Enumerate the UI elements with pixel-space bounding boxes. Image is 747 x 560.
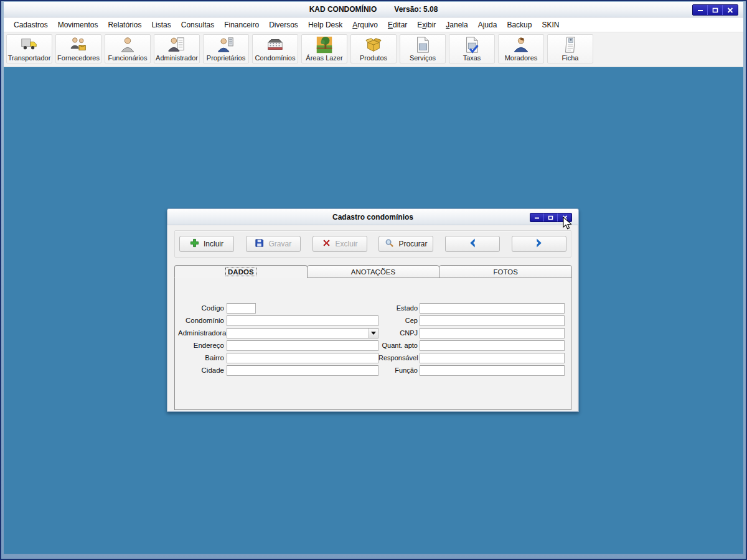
tab-strip: DADOS ANOTAÇÕES FOTOS	[174, 265, 571, 278]
menu-item-ajuda[interactable]: Ajuda	[473, 19, 502, 31]
procurar-label: Procurar	[398, 240, 427, 248]
toolbar-condominios-button[interactable]: Condomínios	[252, 34, 298, 63]
bairro-input[interactable]	[227, 353, 378, 363]
menu-label: Consultas	[181, 21, 214, 29]
menu-label: Financeiro	[224, 21, 259, 29]
cidade-input[interactable]	[227, 365, 378, 376]
menu-label: Movimentos	[58, 21, 98, 29]
procurar-button[interactable]: Procurar	[378, 236, 433, 252]
dialog-title-bar[interactable]: Cadastro condomínios	[167, 209, 578, 225]
endereco-label: Endereço	[178, 342, 227, 349]
toolbar-button-label: Proprietários	[207, 54, 245, 62]
menu-label: Backup	[507, 21, 532, 29]
endereco-input[interactable]	[227, 340, 378, 351]
toolbar-ficha-button[interactable]: Ficha	[547, 34, 593, 63]
menu-item-movimentos[interactable]: Movimentos	[53, 19, 103, 31]
menu-label: E	[388, 21, 393, 29]
fees-check-document-icon	[463, 35, 481, 54]
gravar-label: Gravar	[268, 240, 291, 248]
toolbar-areas-lazer-button[interactable]: Áreas Lazer	[301, 34, 347, 63]
estado-input[interactable]	[420, 303, 565, 314]
administradora-input[interactable]	[227, 329, 368, 338]
menu-item-exibir[interactable]: Exibir	[412, 19, 441, 31]
toolbar-taxas-button[interactable]: Taxas	[449, 34, 495, 63]
menu-item-backup[interactable]: Backup	[502, 19, 537, 31]
form-column-left: Codigo Condomínio Administradora	[178, 302, 378, 376]
dialog-maximize-button[interactable]	[544, 213, 558, 222]
search-icon	[385, 238, 394, 250]
form-row: Cidade	[178, 364, 378, 376]
toolbar: Transportador Fornecedores Funcionários	[4, 32, 743, 67]
maximize-icon	[548, 215, 553, 220]
menu-label: Listas	[151, 21, 171, 29]
menu-item-editar[interactable]: Editar	[383, 19, 412, 31]
codigo-input[interactable]	[227, 303, 256, 314]
incluir-button[interactable]: Incluir	[179, 236, 234, 252]
tab-dados[interactable]: DADOS	[174, 265, 308, 278]
menu-item-skin[interactable]: SKIN	[537, 19, 564, 31]
menu-item-help-desk[interactable]: Help Desk	[303, 19, 347, 31]
maximize-button[interactable]	[708, 5, 723, 15]
condominio-input[interactable]	[227, 315, 378, 326]
administradora-dropdown-button[interactable]	[368, 329, 378, 338]
menu-label: ditar	[393, 21, 407, 29]
responsavel-input[interactable]	[420, 353, 565, 363]
chevron-down-icon	[371, 332, 376, 335]
menu-label: Cadastros	[14, 21, 48, 29]
product-box-icon	[364, 35, 383, 54]
toolbar-administrador-button[interactable]: Administrador	[154, 34, 200, 63]
leisure-park-icon	[315, 35, 334, 54]
toolbar-funcionarios-button[interactable]: Funcionários	[105, 34, 151, 63]
quant-apto-label: Quant. apto	[378, 342, 420, 349]
menu-item-financeiro[interactable]: Financeiro	[219, 19, 264, 31]
menu-item-relatorios[interactable]: Relatórios	[103, 19, 146, 31]
menu-item-cadastros[interactable]: Cadastros	[9, 19, 53, 31]
menu-label: Help Desk	[308, 21, 342, 29]
truck-icon	[20, 35, 39, 54]
form-row: Responsável	[378, 352, 568, 364]
form-row: Quant. apto	[378, 339, 568, 352]
responsavel-label: Responsável	[378, 354, 420, 362]
chevron-left-icon	[467, 238, 478, 250]
menu-label: rquivo	[357, 21, 378, 29]
cep-input[interactable]	[420, 315, 565, 326]
title-bar: KAD CONDOMÍNIO Versão: 5.08	[4, 2, 743, 17]
toolbar-button-label: Fornecedores	[57, 54, 100, 62]
toolbar-fornecedores-button[interactable]: Fornecedores	[55, 34, 101, 63]
toolbar-produtos-button[interactable]: Produtos	[350, 34, 397, 63]
tab-label: ANOTAÇÕES	[351, 268, 395, 276]
dialog-action-panel: Incluir Gravar Excluir	[174, 230, 571, 258]
dialog-minimize-button[interactable]	[530, 213, 544, 222]
toolbar-moradores-button[interactable]: Moradores	[498, 34, 544, 63]
close-icon	[727, 7, 733, 13]
menu-item-listas[interactable]: Listas	[146, 19, 176, 31]
minimize-button[interactable]	[693, 5, 708, 15]
cnpj-input[interactable]	[420, 328, 565, 338]
dialog-title: Cadastro condomínios	[332, 213, 413, 222]
menu-item-arquivo[interactable]: Arquivo	[347, 19, 383, 31]
maximize-icon	[712, 7, 718, 13]
toolbar-servicos-button[interactable]: Serviços	[400, 34, 446, 63]
quant-apto-input[interactable]	[420, 340, 565, 351]
tab-anotacoes[interactable]: ANOTAÇÕES	[307, 265, 440, 278]
menu-item-consultas[interactable]: Consultas	[176, 19, 219, 31]
dados-tab-panel: Codigo Condomínio Administradora	[174, 278, 571, 410]
previous-button[interactable]	[445, 236, 500, 252]
next-button[interactable]	[512, 236, 566, 252]
menu-label: SKIN	[542, 21, 559, 29]
form-row: Bairro	[178, 352, 378, 364]
gravar-button[interactable]: Gravar	[246, 236, 301, 252]
form-row: Condomínio	[178, 314, 378, 327]
toolbar-button-label: Administrador	[156, 54, 198, 62]
excluir-button[interactable]: Excluir	[312, 236, 367, 252]
menu-item-janela[interactable]: Janela	[441, 19, 472, 31]
toolbar-proprietarios-button[interactable]: Proprietários	[203, 34, 249, 63]
minimize-icon	[697, 7, 703, 12]
tab-fotos[interactable]: FOTOS	[439, 265, 572, 278]
funcao-input[interactable]	[420, 365, 565, 376]
estado-label: Estado	[378, 304, 420, 312]
form-row: Função	[378, 364, 568, 376]
toolbar-transportador-button[interactable]: Transportador	[6, 34, 52, 63]
menu-item-diversos[interactable]: Diversos	[264, 19, 303, 31]
close-button[interactable]	[723, 5, 738, 15]
